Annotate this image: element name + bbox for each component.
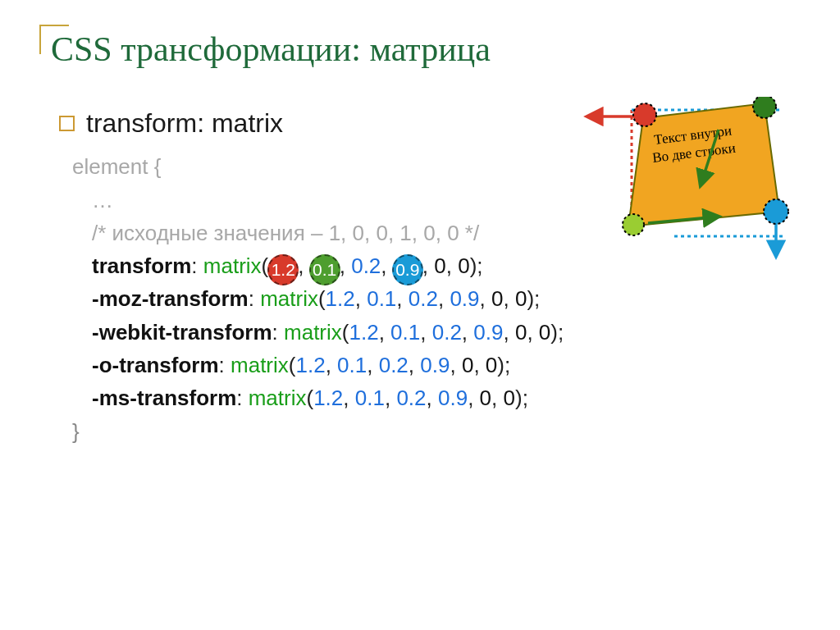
code-property: -o-transform <box>92 353 219 377</box>
code-arg: 1.2 <box>349 320 378 345</box>
code-arg: 0 <box>434 253 445 278</box>
code-arg: 1.2 <box>295 353 325 377</box>
arg-chip: 0.1 <box>309 254 340 285</box>
page-title: CSS трансформации: матрица <box>51 30 806 69</box>
code-arg: 0.1 <box>355 386 385 410</box>
code-arg: 0 <box>539 320 550 345</box>
code-property: -ms-transform <box>92 386 236 410</box>
bullet-text: transform: matrix <box>86 108 283 139</box>
code-arg: 0.2 <box>409 286 438 311</box>
arg-chip: 1.2 <box>267 254 299 285</box>
code-line: -ms-transform: matrix(1.2, 0.1, 0.2, 0.9… <box>72 381 806 414</box>
code-property: -moz-transform <box>92 286 249 311</box>
code-comment: /* исходные значения – 1, 0, 0, 1, 0, 0 … <box>92 221 479 245</box>
code-arg: 0 <box>462 353 473 377</box>
code-arg: 0 <box>458 253 469 278</box>
code-func: matrix <box>260 286 318 311</box>
code-line: -o-transform: matrix(1.2, 0.1, 0.2, 0.9,… <box>72 349 806 381</box>
code-arg: 1.2 <box>326 286 355 311</box>
code-line: -moz-transform: matrix(1.2, 0.1, 0.2, 0.… <box>72 282 806 315</box>
code-close: } <box>72 419 80 444</box>
code-ellipsis: … <box>92 188 113 212</box>
code-arg: 0.1 <box>367 286 396 311</box>
code-arg: 0.2 <box>351 253 381 278</box>
code-arg: 0 <box>480 386 491 410</box>
corner-decoration <box>39 25 69 54</box>
code-arg: 0.2 <box>379 353 409 377</box>
code-arg: 1.2 <box>313 386 343 410</box>
code-line: transform: matrix(1.2, 0.1, 0.2, 0.9, 0,… <box>72 249 806 282</box>
code-line: -webkit-transform: matrix(1.2, 0.1, 0.2,… <box>72 316 806 349</box>
bullet-icon <box>59 116 75 131</box>
bullet-item: transform: matrix <box>59 108 806 139</box>
code-arg: 0.2 <box>432 320 462 345</box>
code-arg: 0.9 <box>450 286 479 311</box>
code-arg: 0.9 <box>473 320 503 345</box>
code-func: matrix <box>231 353 289 377</box>
code-arg: 0.9 <box>420 353 450 377</box>
code-arg: 0 <box>491 286 503 311</box>
code-arg: 0.2 <box>396 386 426 410</box>
code-selector: element { <box>72 154 161 179</box>
code-arg: 0 <box>504 386 515 410</box>
code-arg: 0.9 <box>438 386 468 410</box>
code-arg: 0 <box>515 320 527 345</box>
slide: CSS трансформации: матрица transform: ma… <box>0 0 840 630</box>
code-arg: 0.1 <box>337 353 367 377</box>
code-arg: 0 <box>486 353 497 377</box>
code-arg: 0.1 <box>390 320 420 345</box>
arg-chip: 0.9 <box>392 254 423 285</box>
code-func: matrix <box>249 386 307 410</box>
code-property: -webkit-transform <box>92 320 272 345</box>
code-property: transform <box>92 253 191 278</box>
code-block: element { … /* исходные значения – 1, 0,… <box>72 150 806 448</box>
code-func: matrix <box>284 320 342 345</box>
code-func: matrix <box>203 253 262 278</box>
code-arg: 0 <box>515 286 527 311</box>
